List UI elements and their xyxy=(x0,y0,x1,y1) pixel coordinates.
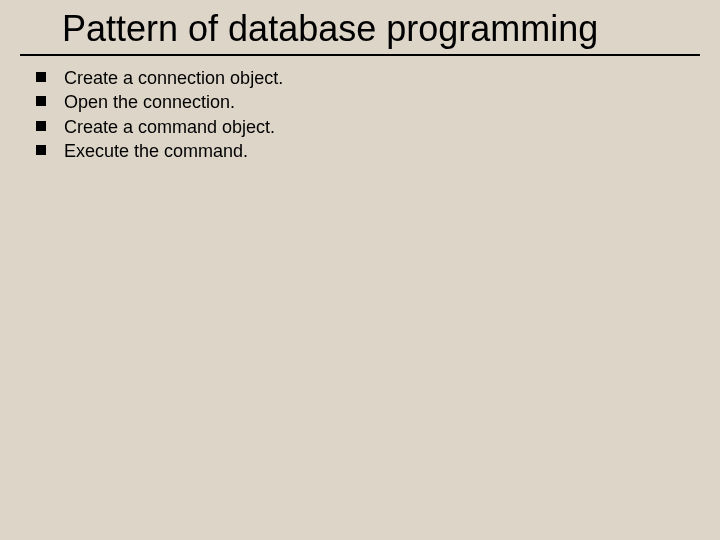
list-item: Create a command object. xyxy=(36,115,720,139)
title-wrapper: Pattern of database programming xyxy=(0,0,720,54)
bullet-icon xyxy=(36,121,46,131)
list-item: Create a connection object. xyxy=(36,66,720,90)
bullet-icon xyxy=(36,145,46,155)
slide: Pattern of database programming Create a… xyxy=(0,0,720,540)
slide-title: Pattern of database programming xyxy=(62,8,700,50)
list-item: Execute the command. xyxy=(36,139,720,163)
bullet-icon xyxy=(36,72,46,82)
bullet-text: Open the connection. xyxy=(64,90,235,114)
bullet-list: Create a connection object. Open the con… xyxy=(0,56,720,163)
bullet-text: Execute the command. xyxy=(64,139,248,163)
bullet-text: Create a command object. xyxy=(64,115,275,139)
bullet-text: Create a connection object. xyxy=(64,66,283,90)
bullet-icon xyxy=(36,96,46,106)
list-item: Open the connection. xyxy=(36,90,720,114)
